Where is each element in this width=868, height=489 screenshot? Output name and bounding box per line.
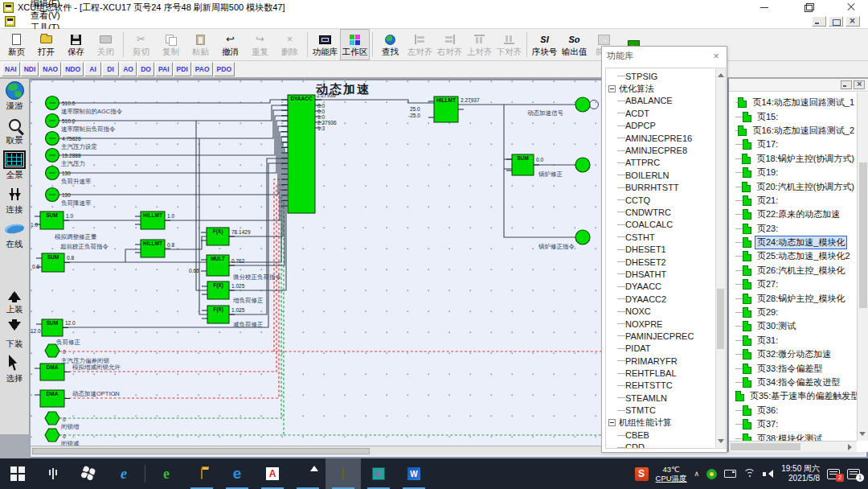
toolbar-button-粘贴[interactable]: 粘贴 <box>186 29 215 60</box>
library-group-机组性能计算[interactable]: 机组性能计算 <box>606 417 714 429</box>
toolbar-button-撤消[interactable]: ↩撤消 <box>215 29 245 60</box>
toolbar-button-输出值[interactable]: So输出值 <box>559 29 589 60</box>
panel-close-icon[interactable] <box>854 80 865 89</box>
io-button-AI[interactable]: AI <box>84 62 101 76</box>
library-item-STPSIG[interactable]: STPSIG <box>606 70 714 82</box>
library-item-CNDWTRC[interactable]: CNDWTRC <box>606 206 714 218</box>
page-item-21[interactable]: 页21: <box>729 194 857 208</box>
page-item-30[interactable]: 页30:测试 <box>729 319 857 333</box>
page-item-29[interactable]: 页29: <box>729 306 857 319</box>
function-block-hillmt[interactable]: HILLMT <box>428 97 464 122</box>
library-item-CBEB[interactable]: CBEB <box>606 429 714 441</box>
library-item-ADPCP[interactable]: ADPCP <box>606 120 714 132</box>
sidebar-tool-漫游[interactable]: 漫游 <box>0 79 29 113</box>
hardware-icon[interactable] <box>724 470 736 478</box>
function-block-dma[interactable]: DMA <box>35 364 70 380</box>
io-button-NAI[interactable]: NAI <box>2 62 20 76</box>
photo-app[interactable] <box>290 458 326 489</box>
toolbar-button-工作区[interactable]: 工作区 <box>340 29 370 60</box>
cpu-temp-widget[interactable]: 43℃CPU温度 <box>656 465 687 483</box>
library-close-icon[interactable]: × <box>710 50 722 62</box>
library-item-COALCALC[interactable]: COALCALC <box>606 219 714 231</box>
library-item-PRIMARYFR[interactable]: PRIMARYFR <box>606 355 714 367</box>
page-item-34[interactable]: 页34:指令偏差改进型 <box>729 376 857 389</box>
toolbar-button-复制[interactable]: 复制 <box>156 29 186 60</box>
io-button-AO[interactable]: AO <box>120 62 137 76</box>
word-app[interactable]: W <box>396 458 432 489</box>
function-block-hillmt[interactable]: HILLMT <box>135 240 170 257</box>
mdi-minimize-icon[interactable] <box>812 16 826 27</box>
output-point[interactable] <box>575 97 590 112</box>
task-view-button[interactable] <box>35 458 71 489</box>
internet-explorer[interactable]: e <box>106 458 141 489</box>
page-vscrollbar[interactable] <box>857 92 868 441</box>
analog-input-point[interactable] <box>46 149 59 162</box>
library-item-ATTPRC[interactable]: ATTPRC <box>606 157 714 169</box>
analog-input-point[interactable] <box>46 166 59 180</box>
page-item-28[interactable]: 页28:锅炉主控_模块化 <box>729 291 857 305</box>
toolbar-button-新页[interactable]: 新页 <box>2 29 31 60</box>
sidebar-tool-下装[interactable]: 下装 <box>0 317 29 351</box>
library-item-STMTC[interactable]: STMTC <box>606 405 714 417</box>
io-button-PDO[interactable]: PDO <box>214 62 235 76</box>
page-item-24[interactable]: 页24:动态加速_模块化 <box>729 236 857 249</box>
toolbar-button-右对齐[interactable]: 右对齐 <box>435 29 465 60</box>
toolbar-button-删除[interactable]: ×删除 <box>275 29 305 60</box>
toolbar-button-序块号[interactable]: SI序块号 <box>530 29 559 60</box>
sidebar-tool-取景[interactable]: 取景 <box>0 113 29 148</box>
toolbar-button-重复[interactable]: ↪重复 <box>245 29 275 60</box>
library-item-NOXC[interactable]: NOXC <box>606 305 714 317</box>
mdi-close-icon[interactable] <box>845 16 860 27</box>
library-item-BURRHTSTT[interactable]: BURRHTSTT <box>606 182 714 194</box>
page-item-19[interactable]: 页19: <box>729 166 857 179</box>
hidden-icons-chevron-icon[interactable]: ∧ <box>694 470 700 478</box>
page-item-23[interactable]: 页23: <box>729 222 857 236</box>
digital-input-point[interactable] <box>45 344 59 357</box>
green-browser[interactable]: e <box>149 458 184 489</box>
io-button-PAI[interactable]: PAI <box>155 62 173 76</box>
library-item-PAMINJECPREC[interactable]: PAMINJECPREC <box>606 330 714 342</box>
chart-app[interactable]: ≈ <box>361 458 396 489</box>
io-button-NDO[interactable]: NDO <box>62 62 84 76</box>
toolbar-button-左对齐[interactable]: 左对齐 <box>405 29 435 60</box>
panel-minimize-icon[interactable] <box>841 80 852 89</box>
red-a-app[interactable]: A <box>255 458 290 489</box>
library-item-DHESET2[interactable]: DHESET2 <box>606 256 714 268</box>
library-item-DYAACC[interactable]: DYAACC <box>606 281 714 293</box>
sidebar-tool-在线[interactable]: 在线 <box>0 217 29 252</box>
xcu-app[interactable] <box>326 458 361 489</box>
page-item-20[interactable]: 页20:汽机主控(协调方式) <box>729 179 857 193</box>
page-item-37[interactable]: 页37: <box>729 417 857 431</box>
page-item-22[interactable]: 页22:原来的动态加速 <box>729 208 857 221</box>
page-item-16[interactable]: 页16:动态加速回路测试_2 <box>729 124 857 138</box>
page-item-26[interactable]: 页26:汽机主控_模块化 <box>729 264 857 277</box>
sidebar-tool-选择[interactable]: 选择 <box>0 351 29 386</box>
toolbar-button-剪切[interactable]: ✂剪切 <box>126 29 156 60</box>
toolbar-button-关闭[interactable]: 关闭 <box>91 29 121 60</box>
library-item-CSTHT[interactable]: CSTHT <box>606 231 714 243</box>
library-item-ACDT[interactable]: ACDT <box>606 107 714 119</box>
message-icon[interactable]: 2 <box>827 469 840 479</box>
file-explorer[interactable] <box>184 458 219 489</box>
output-point[interactable] <box>575 230 590 244</box>
clock-widget[interactable]: 19:50 周六2021/5/8 <box>781 464 820 483</box>
library-item-BOILERLN[interactable]: BOILERLN <box>606 169 714 181</box>
toolbar-button-查找[interactable]: 查找 <box>375 29 405 60</box>
speaker-icon[interactable] <box>763 469 774 479</box>
page-item-32[interactable]: 页32:微分动态加速 <box>729 347 857 361</box>
library-item-NOXPRE[interactable]: NOXPRE <box>606 318 714 330</box>
ime-icon[interactable]: S <box>635 467 649 481</box>
io-button-NAO[interactable]: NAO <box>39 62 61 76</box>
library-item-PIDAT[interactable]: PIDAT <box>606 343 714 355</box>
toolbar-button-上对齐[interactable]: 上对齐 <box>465 29 494 60</box>
toolbar-button-打开[interactable]: 打开 <box>31 29 61 60</box>
page-item-15[interactable]: 页15: <box>729 109 857 123</box>
antivirus-icon[interactable] <box>706 469 717 479</box>
page-item-38[interactable]: 页38:模块化测试 <box>729 431 857 441</box>
function-block-dma[interactable]: DMA <box>35 390 70 407</box>
collapse-icon[interactable] <box>608 419 616 426</box>
library-item-DHESET1[interactable]: DHESET1 <box>606 243 714 255</box>
library-group-优化算法[interactable]: 优化算法 <box>606 82 714 94</box>
analog-input-point[interactable] <box>46 97 59 110</box>
analog-input-point[interactable] <box>46 188 59 202</box>
